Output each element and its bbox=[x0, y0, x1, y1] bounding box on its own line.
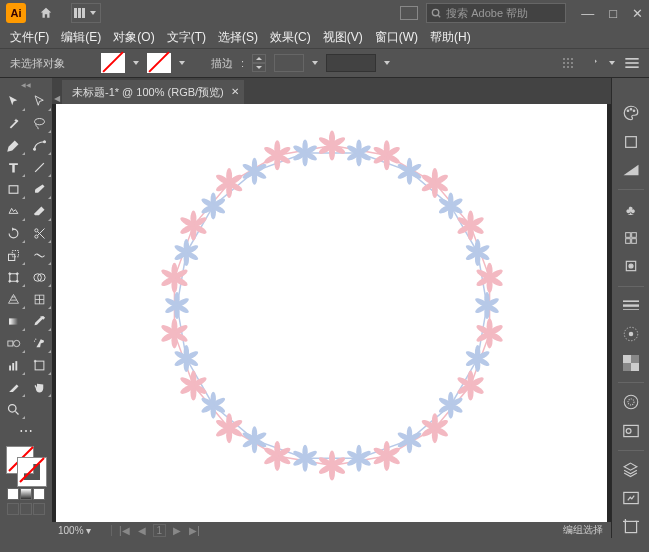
fill-dropdown-icon[interactable] bbox=[133, 61, 139, 65]
menu-effect[interactable]: 效果(C) bbox=[270, 29, 311, 46]
column-graph-tool[interactable] bbox=[0, 354, 26, 376]
draw-inside-icon[interactable] bbox=[33, 503, 45, 515]
document-tab[interactable]: 未标题-1* @ 100% (RGB/预览) ✕ bbox=[62, 80, 244, 104]
gradient-mode-icon[interactable] bbox=[20, 488, 32, 500]
mesh-tool[interactable] bbox=[26, 288, 52, 310]
curvature-tool[interactable] bbox=[26, 134, 52, 156]
blend-tool[interactable] bbox=[0, 332, 26, 354]
menu-object[interactable]: 对象(O) bbox=[113, 29, 154, 46]
preferences-icon[interactable] bbox=[583, 56, 599, 70]
stroke-style-preview[interactable] bbox=[274, 54, 304, 72]
stroke-indicator[interactable] bbox=[18, 458, 46, 486]
transparency-panel-icon[interactable] bbox=[618, 352, 644, 374]
symbol-sprayer-tool[interactable] bbox=[26, 332, 52, 354]
tab-close-button[interactable]: ✕ bbox=[231, 86, 239, 97]
artboard-tool[interactable] bbox=[26, 354, 52, 376]
opacity-field[interactable] bbox=[326, 54, 376, 72]
draw-normal-icon[interactable] bbox=[7, 503, 19, 515]
scale-tool[interactable] bbox=[0, 244, 26, 266]
draw-behind-icon[interactable] bbox=[20, 503, 32, 515]
scissors-tool[interactable] bbox=[26, 222, 52, 244]
graphic-styles-panel-icon[interactable] bbox=[618, 419, 644, 441]
edit-toolbar-button[interactable]: ⋯ bbox=[0, 420, 52, 442]
slice-tool[interactable] bbox=[0, 376, 26, 398]
paintbrush-tool[interactable] bbox=[26, 178, 52, 200]
prev-artboard-button[interactable]: ◀ bbox=[135, 525, 149, 536]
direct-selection-tool[interactable] bbox=[26, 90, 52, 112]
svg-rect-34 bbox=[35, 361, 44, 370]
svg-rect-261 bbox=[625, 233, 630, 238]
selection-tool[interactable] bbox=[0, 90, 26, 112]
libraries-panel-icon[interactable] bbox=[618, 130, 644, 152]
svg-point-20 bbox=[16, 280, 18, 282]
zoom-level[interactable]: 100% ▾ bbox=[52, 525, 112, 536]
perspective-grid-tool[interactable] bbox=[0, 288, 26, 310]
rectangle-tool[interactable] bbox=[0, 178, 26, 200]
zoom-tool[interactable] bbox=[0, 398, 26, 420]
rotate-tool[interactable] bbox=[0, 222, 26, 244]
menu-edit[interactable]: 编辑(E) bbox=[61, 29, 101, 46]
lasso-tool[interactable] bbox=[26, 112, 52, 134]
last-artboard-button[interactable]: ▶| bbox=[186, 525, 203, 536]
arrange-documents-button[interactable] bbox=[71, 3, 101, 23]
stroke-style-dropdown-icon[interactable] bbox=[312, 61, 318, 65]
stroke-dropdown-icon[interactable] bbox=[179, 61, 185, 65]
brushes-panel-icon[interactable] bbox=[618, 227, 644, 249]
color-guide-panel-icon[interactable] bbox=[618, 159, 644, 181]
menu-select[interactable]: 选择(S) bbox=[218, 29, 258, 46]
artboard-number[interactable]: 1 bbox=[153, 524, 167, 537]
first-artboard-button[interactable]: |◀ bbox=[116, 525, 133, 536]
menu-help[interactable]: 帮助(H) bbox=[430, 29, 471, 46]
fill-stroke-swatches[interactable] bbox=[6, 446, 46, 486]
asset-export-panel-icon[interactable] bbox=[618, 487, 644, 509]
next-artboard-button[interactable]: ▶ bbox=[170, 525, 184, 536]
tab-title: 未标题-1* @ 100% (RGB/预览) bbox=[72, 85, 224, 100]
close-button[interactable]: ✕ bbox=[632, 6, 643, 21]
svg-point-6 bbox=[33, 148, 35, 150]
eraser-tool[interactable] bbox=[26, 200, 52, 222]
panel-menu-icon[interactable] bbox=[625, 58, 639, 68]
menu-view[interactable]: 视图(V) bbox=[323, 29, 363, 46]
color-mode-icon[interactable] bbox=[7, 488, 19, 500]
pen-tool[interactable] bbox=[0, 134, 26, 156]
line-tool[interactable] bbox=[26, 156, 52, 178]
opacity-dropdown-icon[interactable] bbox=[384, 61, 390, 65]
align-grid-icon[interactable] bbox=[563, 58, 573, 68]
search-input[interactable]: 搜索 Adobe 帮助 bbox=[426, 3, 566, 23]
magic-wand-tool[interactable] bbox=[0, 112, 26, 134]
shape-builder-tool[interactable] bbox=[26, 266, 52, 288]
appearance-panel-icon[interactable] bbox=[618, 391, 644, 413]
menu-file[interactable]: 文件(F) bbox=[10, 29, 49, 46]
svg-rect-2 bbox=[625, 58, 638, 60]
toolbar-collapse-button[interactable] bbox=[0, 78, 52, 90]
eyedropper-tool[interactable] bbox=[26, 310, 52, 332]
gradient-panel-icon[interactable] bbox=[618, 323, 644, 345]
stroke-weight-stepper[interactable] bbox=[252, 54, 266, 72]
symbols-panel-icon[interactable] bbox=[618, 255, 644, 277]
tab-scroll-left-icon[interactable]: ◀ bbox=[52, 92, 62, 104]
stroke-panel-icon[interactable] bbox=[618, 295, 644, 317]
shaper-tool[interactable] bbox=[0, 200, 26, 222]
stroke-label: 描边 bbox=[211, 56, 233, 71]
none-mode-icon[interactable] bbox=[33, 488, 45, 500]
free-transform-tool[interactable] bbox=[0, 266, 26, 288]
hand-tool[interactable] bbox=[26, 376, 52, 398]
maximize-button[interactable]: □ bbox=[609, 6, 617, 21]
width-tool[interactable] bbox=[26, 244, 52, 266]
svg-point-257 bbox=[627, 110, 629, 112]
menu-type[interactable]: 文字(T) bbox=[167, 29, 206, 46]
home-icon[interactable] bbox=[36, 3, 56, 23]
type-tool[interactable] bbox=[0, 156, 26, 178]
menu-window[interactable]: 窗口(W) bbox=[375, 29, 418, 46]
canvas-area[interactable] bbox=[56, 104, 607, 522]
layers-panel-icon[interactable] bbox=[618, 459, 644, 481]
stroke-swatch[interactable] bbox=[147, 53, 171, 73]
gradient-tool[interactable] bbox=[0, 310, 26, 332]
grid-toggle-icon[interactable] bbox=[400, 6, 418, 20]
svg-point-37 bbox=[8, 404, 16, 412]
artboards-panel-icon[interactable] bbox=[618, 516, 644, 538]
fill-swatch[interactable] bbox=[101, 53, 125, 73]
color-panel-icon[interactable] bbox=[618, 102, 644, 124]
minimize-button[interactable]: — bbox=[581, 6, 594, 21]
swatches-panel-icon[interactable]: ♣ bbox=[618, 198, 644, 220]
